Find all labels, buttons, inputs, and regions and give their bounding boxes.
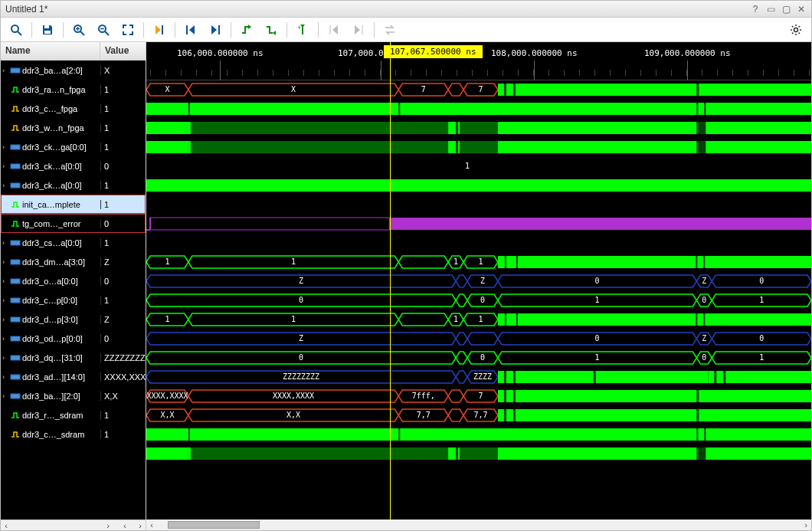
svg-text:X,X: X,X bbox=[286, 411, 300, 419]
waveform-row[interactable]: XX77 bbox=[146, 80, 811, 100]
waveform-row[interactable]: 1111 bbox=[146, 310, 811, 329]
waveform-row[interactable] bbox=[146, 100, 811, 119]
next-transition-button[interactable] bbox=[260, 19, 282, 41]
waveform-row[interactable] bbox=[146, 215, 811, 234]
signal-name: ddr3_ck…a[0:0] bbox=[22, 162, 82, 171]
svg-text:0: 0 bbox=[480, 296, 485, 304]
svg-rect-126 bbox=[696, 409, 699, 421]
go-end-button[interactable] bbox=[205, 19, 226, 41]
signal-value: 1 bbox=[100, 104, 146, 113]
title-bar: Untitled 1* ? ▭ ▢ ✕ bbox=[1, 1, 811, 18]
waveform-row[interactable] bbox=[146, 425, 811, 444]
svg-text:0: 0 bbox=[299, 353, 303, 362]
scroll-left-icon[interactable]: ‹ bbox=[146, 520, 157, 530]
waveform-row[interactable]: 1 bbox=[146, 157, 811, 176]
name-header[interactable]: Name bbox=[1, 42, 100, 60]
signal-row[interactable]: ›ddr3_ad…][14:0]XXXX,XXXX bbox=[1, 367, 146, 386]
prev-marker-button[interactable] bbox=[323, 19, 345, 41]
signal-row[interactable]: ›ddr3_ck…a[0:0]1 bbox=[1, 175, 146, 195]
svg-rect-54 bbox=[188, 141, 191, 153]
svg-rect-123 bbox=[498, 409, 811, 421]
signal-value: 1 bbox=[100, 296, 146, 305]
window-title: Untitled 1* bbox=[5, 4, 47, 15]
signal-row[interactable]: tg_com…_error0 bbox=[1, 214, 146, 233]
waveform-row[interactable] bbox=[146, 195, 811, 215]
zoom-out-button[interactable] bbox=[93, 19, 114, 41]
zoom-in-button[interactable] bbox=[68, 19, 90, 41]
signal-row[interactable]: ddr3_ra…n_fpga1 bbox=[1, 80, 146, 99]
waveform-row[interactable]: 00101 bbox=[146, 291, 811, 310]
prev-transition-button[interactable] bbox=[236, 19, 257, 41]
go-start-button[interactable] bbox=[180, 19, 201, 41]
signal-row[interactable]: ›ddr3_od…p[0:0]0 bbox=[1, 329, 146, 348]
waveform-row[interactable] bbox=[146, 176, 811, 195]
waveform-row[interactable] bbox=[146, 119, 811, 138]
svg-text:7: 7 bbox=[421, 85, 426, 93]
add-marker-button[interactable]: + bbox=[292, 19, 313, 41]
value-header[interactable]: Value bbox=[100, 42, 146, 60]
scroll-right-icon[interactable]: › bbox=[135, 520, 146, 531]
svg-rect-125 bbox=[513, 409, 516, 421]
signal-row[interactable]: ›ddr3_c…p[0:0]1 bbox=[1, 290, 146, 310]
next-marker-button[interactable] bbox=[348, 19, 369, 41]
svg-rect-50 bbox=[456, 122, 458, 134]
settings-button[interactable] bbox=[785, 19, 807, 41]
scroll-thumb[interactable] bbox=[168, 521, 260, 529]
signal-icon bbox=[10, 238, 21, 248]
signal-row[interactable]: ddr3_w…n_fpga1 bbox=[1, 118, 146, 137]
svg-text:7,7: 7,7 bbox=[417, 411, 431, 419]
waveform-row[interactable] bbox=[146, 138, 811, 157]
waveform-row[interactable] bbox=[146, 234, 811, 253]
svg-rect-138 bbox=[696, 447, 706, 460]
search-button[interactable] bbox=[5, 19, 27, 41]
svg-text:1: 1 bbox=[165, 315, 169, 323]
help-icon[interactable]: ? bbox=[750, 4, 761, 15]
scroll-right-icon[interactable]: › bbox=[801, 520, 811, 530]
signal-row[interactable]: ›ddr3_cs…a[0:0]1 bbox=[1, 233, 146, 252]
signal-row[interactable]: ›ddr3_dq…[31:0]ZZZZZZZZ bbox=[1, 348, 146, 367]
signal-row[interactable]: init_ca…mplete1 bbox=[1, 195, 146, 214]
scroll-right-icon[interactable]: › bbox=[103, 520, 113, 531]
waveform-row[interactable] bbox=[146, 444, 811, 464]
waveform-row[interactable]: X,XX,X7,77,7 bbox=[146, 406, 811, 425]
waveform-row[interactable]: ZZZZZZZZZZZZ bbox=[146, 368, 811, 387]
swap-cursors-button[interactable] bbox=[379, 19, 401, 41]
signal-row[interactable]: ›ddr3_d…p[3:0]Z bbox=[1, 310, 146, 329]
minimize-icon[interactable]: ▭ bbox=[765, 4, 776, 15]
maximize-icon[interactable]: ▢ bbox=[781, 4, 791, 15]
svg-text:1: 1 bbox=[291, 315, 296, 323]
svg-text:Z: Z bbox=[480, 277, 485, 285]
signal-name: ddr3_od…p[0:0] bbox=[22, 334, 83, 343]
svg-rect-105 bbox=[504, 371, 506, 383]
waveform-area[interactable]: 107,067.500000 ns 106,000.000000 ns107,0… bbox=[146, 42, 811, 530]
signal-row[interactable]: ›ddr3_ba…][2:0]X,X bbox=[1, 386, 146, 405]
svg-rect-107 bbox=[594, 371, 596, 383]
ruler-tick: 109,000.000000 ns bbox=[644, 48, 731, 58]
signal-row[interactable]: ddr3_r…_sdram1 bbox=[1, 405, 146, 424]
signal-row[interactable]: ›ddr3_o…a[0:0]0 bbox=[1, 271, 146, 290]
zoom-fit-button[interactable] bbox=[117, 19, 139, 41]
svg-rect-49 bbox=[498, 122, 811, 134]
goto-cursor-button[interactable] bbox=[149, 19, 170, 41]
waveform-row[interactable]: Z0Z0 bbox=[146, 329, 811, 349]
signal-row[interactable]: ddr3_c…_sdram1 bbox=[1, 424, 146, 444]
signal-row[interactable]: ›ddr3_ba…a[2:0]X bbox=[1, 61, 146, 80]
wave-scrollbar[interactable]: ‹ › bbox=[146, 520, 811, 530]
signal-row[interactable]: ddr3_c…_fpga1 bbox=[1, 99, 146, 118]
close-icon[interactable]: ✕ bbox=[796, 4, 807, 15]
left-scrollbar[interactable]: ‹ › ‹ › bbox=[1, 520, 146, 530]
signal-table[interactable]: ›ddr3_ba…a[2:0]Xddr3_ra…n_fpga1ddr3_c…_f… bbox=[1, 61, 146, 520]
waveform-row[interactable]: ZZ0Z0 bbox=[146, 272, 811, 291]
scroll-left-icon[interactable]: ‹ bbox=[1, 520, 11, 531]
waveform-row[interactable]: XXXX,XXXXXXXX,XXXX7fff,7 bbox=[146, 387, 811, 406]
signal-row[interactable]: ›ddr3_ck…ga[0:0]1 bbox=[1, 137, 146, 156]
signal-row[interactable]: ›ddr3_ck…a[0:0]0 bbox=[1, 156, 146, 175]
svg-rect-69 bbox=[498, 256, 811, 268]
cursor-time-label[interactable]: 107,067.500000 ns bbox=[384, 45, 483, 58]
scroll-left-icon[interactable]: ‹ bbox=[120, 520, 130, 531]
signal-row[interactable]: ›ddr3_dm…a[3:0]Z bbox=[1, 252, 146, 271]
save-button[interactable] bbox=[37, 19, 58, 41]
cursor-line[interactable] bbox=[390, 42, 391, 520]
waveform-row[interactable]: 1111 bbox=[146, 253, 811, 272]
waveform-row[interactable]: 00101 bbox=[146, 349, 811, 368]
